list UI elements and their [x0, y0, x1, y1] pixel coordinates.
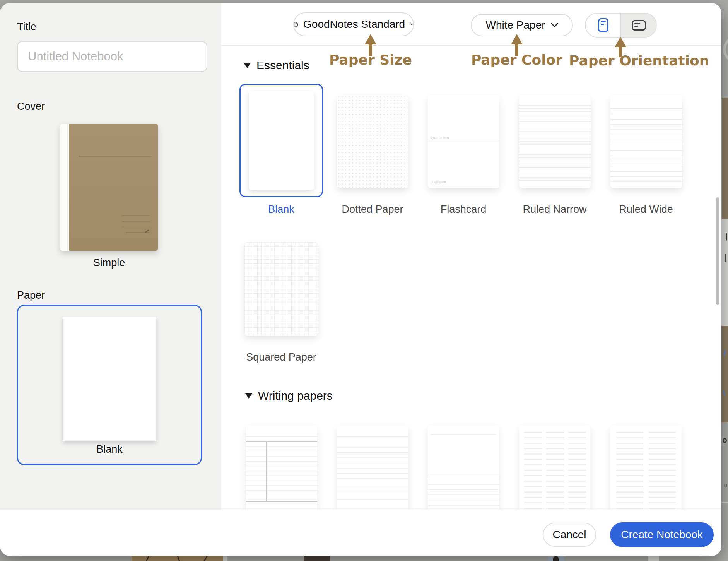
- template-ruled-paper[interactable]: [337, 426, 408, 510]
- cover-label: Cover: [17, 101, 45, 113]
- template-dotted-paper[interactable]: [337, 95, 408, 188]
- backdrop-text-fragment: [723, 438, 727, 443]
- section-title: Essentials: [256, 59, 309, 72]
- cover-face: [69, 124, 158, 251]
- paper-orientation-toggle: [585, 13, 657, 38]
- template-flashcard[interactable]: QUESTION ANSWER: [428, 95, 499, 188]
- template-label-squared: Squared Paper: [237, 351, 326, 363]
- template-blank[interactable]: [239, 84, 323, 197]
- template-label-dotted: Dotted Paper: [328, 204, 417, 216]
- backdrop-page-fragment: [648, 556, 659, 561]
- backdrop-photo-fragment: [548, 556, 564, 561]
- section-header-essentials[interactable]: Essentials: [244, 59, 309, 72]
- backdrop-cover-fragment: [722, 98, 728, 219]
- portrait-page-icon: [598, 18, 608, 32]
- screenshot-root: Title Cover Simple Paper Blank: [0, 0, 728, 561]
- flashcard-question-text: QUESTION: [431, 136, 449, 140]
- backdrop-circle-fragment: [723, 37, 728, 62]
- sidebar: Title Cover Simple Paper Blank: [0, 3, 221, 510]
- create-notebook-button[interactable]: Create Notebook: [610, 522, 714, 547]
- template-essay-paper[interactable]: [428, 426, 499, 510]
- template-vocab-3col-paper[interactable]: [519, 426, 590, 510]
- section-header-writing-papers[interactable]: Writing papers: [245, 389, 333, 402]
- paper-preview-page: [63, 317, 156, 441]
- title-label: Title: [17, 21, 36, 33]
- backdrop-notebook-fragment: [132, 556, 223, 561]
- template-cornell-paper[interactable]: [246, 426, 317, 510]
- flashcard-answer-text: ANSWER: [431, 181, 446, 184]
- template-label-flashcard: Flashcard: [419, 204, 508, 216]
- vertical-scrollbar[interactable]: [716, 197, 719, 305]
- cover-spine: [60, 124, 68, 251]
- cover-option-simple[interactable]: [60, 124, 158, 251]
- disclosure-triangle-icon: [245, 393, 252, 399]
- landscape-page-icon: [632, 20, 646, 31]
- cancel-button[interactable]: Cancel: [543, 523, 596, 547]
- template-label-ruled-wide: Ruled Wide: [602, 204, 690, 216]
- template-ruled-wide[interactable]: [610, 95, 682, 188]
- orientation-portrait-segment[interactable]: [586, 14, 621, 37]
- backdrop-cover-fragment: [721, 326, 728, 422]
- chevron-down-icon: [410, 22, 413, 27]
- paper-label: Paper: [17, 289, 45, 301]
- orientation-landscape-segment[interactable]: [621, 14, 656, 37]
- backdrop-text-fragment: [725, 254, 726, 262]
- disclosure-triangle-icon: [244, 63, 251, 68]
- template-vocab-2col-paper[interactable]: [610, 426, 682, 510]
- template-label-ruled-narrow: Ruled Narrow: [510, 204, 599, 216]
- backdrop-gap-fragment: [223, 556, 227, 561]
- template-squared-paper[interactable]: [244, 242, 318, 336]
- chevron-down-icon: [551, 23, 558, 27]
- template-label-blank: Blank: [237, 204, 326, 216]
- selected-paper-preview[interactable]: Blank: [17, 305, 202, 465]
- paper-size-value: GoodNotes Standard: [303, 18, 405, 31]
- backdrop-photo-fragment: [304, 556, 330, 561]
- cover-option-caption: Simple: [60, 257, 158, 269]
- dialog-footer: Cancel Create Notebook: [0, 510, 721, 556]
- create-notebook-dialog: Title Cover Simple Paper Blank: [0, 3, 721, 556]
- section-title: Writing papers: [258, 389, 333, 402]
- document-icon: [294, 18, 298, 31]
- backdrop-text-fragment: [724, 484, 727, 487]
- backdrop-divider-fragment: [721, 502, 728, 503]
- paper-color-value: White Paper: [485, 19, 545, 31]
- notebook-title-input[interactable]: [17, 41, 207, 72]
- paper-color-dropdown[interactable]: White Paper: [471, 14, 573, 36]
- paper-preview-caption: Blank: [18, 443, 201, 455]
- paper-size-dropdown[interactable]: GoodNotes Standard: [293, 12, 414, 36]
- backdrop-text-fragment: [724, 232, 727, 241]
- template-ruled-narrow[interactable]: [519, 95, 591, 188]
- cover-title-line: [79, 156, 152, 157]
